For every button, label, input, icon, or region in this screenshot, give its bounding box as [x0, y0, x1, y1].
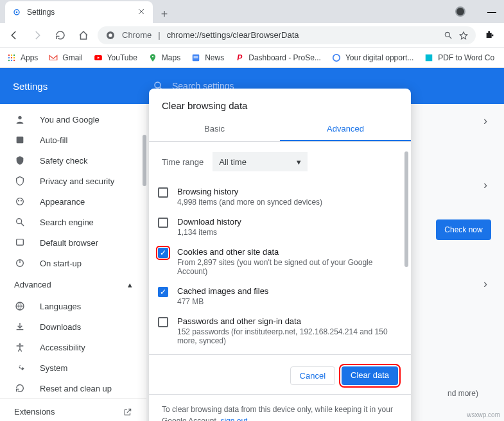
apps-icon	[6, 53, 17, 63]
dialog-title: Clear browsing data	[149, 89, 411, 117]
address-bar[interactable]: Chrome | chrome://settings/clearBrowserD…	[98, 26, 476, 44]
svg-point-30	[17, 219, 22, 224]
star-icon[interactable]	[459, 31, 468, 40]
svg-point-12	[11, 56, 12, 58]
chevron-right-icon[interactable]: ›	[483, 114, 487, 128]
extension-icon[interactable]	[481, 26, 499, 44]
item-title: Cookies and other site data	[177, 247, 398, 257]
checkbox[interactable]	[158, 218, 168, 228]
cancel-button[interactable]: Cancel	[290, 366, 335, 385]
appearance-icon	[14, 196, 26, 207]
svg-point-4	[445, 32, 449, 37]
sidebar-advanced-toggle[interactable]: Advanced▴	[0, 273, 146, 296]
pinterest-icon: P	[234, 53, 245, 63]
sidebar-item-system[interactable]: System	[0, 357, 146, 378]
clear-item-0[interactable]: Browsing history4,998 items (and more on…	[158, 182, 398, 212]
sidebar-item-accessibility[interactable]: Accessibility	[0, 337, 146, 357]
chevron-right-icon[interactable]: ›	[483, 277, 487, 291]
close-icon[interactable]	[137, 8, 146, 17]
bookmark-dashboard[interactable]: PDashboard - ProSe...	[234, 53, 321, 63]
svg-point-8	[8, 54, 10, 55]
bookmark-pdf[interactable]: PDF to Word Co	[424, 53, 494, 63]
tab-advanced[interactable]: Advanced	[280, 117, 411, 141]
search-icon[interactable]	[444, 31, 453, 40]
svg-point-3	[109, 33, 112, 37]
bookmark-maps[interactable]: Maps	[148, 53, 180, 63]
default-browser-icon	[14, 237, 26, 248]
external-link-icon	[123, 408, 132, 417]
sidebar-item-you[interactable]: You and Google	[0, 109, 146, 130]
svg-rect-31	[17, 239, 24, 245]
watermark: wsxwp.com	[467, 411, 500, 418]
svg-point-16	[13, 59, 15, 60]
sidebar-item-startup[interactable]: On start-up	[0, 253, 146, 273]
item-subtitle: 4,998 items (and more on synced devices)	[177, 198, 322, 207]
url-text: chrome://settings/clearBrowserData	[167, 30, 299, 40]
time-range-select[interactable]: All time ▾	[213, 152, 308, 171]
reload-button[interactable]	[51, 26, 69, 44]
minimize-button[interactable]: —	[487, 6, 496, 17]
clear-data-button[interactable]: Clear data	[342, 366, 398, 385]
svg-rect-7	[492, 34, 494, 36]
sidebar-scrollbar[interactable]	[143, 135, 146, 186]
checkbox[interactable]	[158, 317, 168, 327]
sidebar-item-appearance[interactable]: Appearance	[0, 191, 146, 212]
svg-rect-21	[194, 57, 198, 58]
bookmark-gmail[interactable]: Gmail	[48, 53, 82, 63]
sidebar-item-extensions[interactable]: Extensions	[0, 399, 146, 421]
person-icon	[14, 114, 26, 125]
clear-item-4[interactable]: Passwords and other sign-in data152 pass…	[158, 311, 398, 350]
safety-icon	[14, 155, 26, 166]
checkbox[interactable]	[158, 187, 168, 198]
new-tab-button[interactable]: +	[155, 5, 173, 23]
sidebar-item-safety[interactable]: Safety check	[0, 150, 146, 171]
chrome-icon	[105, 30, 116, 40]
download-icon	[14, 321, 26, 332]
pdf-icon	[424, 53, 434, 63]
check-now-button[interactable]: Check now	[436, 219, 491, 240]
item-subtitle: 1,134 items	[177, 228, 241, 237]
browser-tab[interactable]: Settings	[5, 1, 153, 23]
sidebar-item-reset[interactable]: Reset and clean up	[0, 378, 146, 399]
svg-point-15	[11, 59, 12, 60]
back-button[interactable]	[5, 26, 23, 44]
chevron-right-icon[interactable]: ›	[483, 178, 487, 192]
search-engine-icon	[14, 216, 26, 228]
profile-avatar[interactable]	[455, 6, 465, 17]
home-button[interactable]	[74, 26, 92, 44]
bookmark-youtube[interactable]: YouTube	[93, 53, 137, 63]
sign-out-link[interactable]: sign out	[220, 417, 247, 421]
bookmark-news[interactable]: News	[191, 53, 224, 63]
autofill-icon	[14, 134, 26, 146]
bookmark-digital[interactable]: Your digital opport...	[331, 53, 413, 63]
dialog-scrollbar[interactable]	[404, 151, 408, 267]
svg-point-34	[19, 343, 21, 345]
settings-sidebar: You and Google Auto-fill Safety check Pr…	[0, 104, 146, 421]
tab-basic[interactable]: Basic	[149, 117, 280, 141]
checkbox[interactable]: ✓	[158, 287, 168, 297]
maps-icon	[148, 53, 158, 63]
clear-item-1[interactable]: Download history1,134 items	[158, 212, 398, 242]
wrench-icon	[14, 362, 26, 374]
checkbox[interactable]: ✓	[158, 248, 168, 258]
sidebar-item-privacy[interactable]: Privacy and security	[0, 171, 146, 191]
forward-button[interactable]	[28, 26, 46, 44]
svg-point-9	[11, 54, 12, 55]
sidebar-item-downloads[interactable]: Downloads	[0, 316, 146, 337]
item-title: Cached images and files	[177, 286, 268, 296]
svg-rect-20	[194, 56, 198, 56]
sidebar-item-autofill[interactable]: Auto-fill	[0, 130, 146, 150]
clear-item-2[interactable]: ✓Cookies and other site dataFrom 2,897 s…	[158, 242, 398, 281]
sidebar-item-search[interactable]: Search engine	[0, 212, 146, 232]
window-titlebar: Settings + —	[0, 0, 504, 23]
sidebar-item-languages[interactable]: Languages	[0, 296, 146, 316]
svg-point-10	[13, 54, 15, 55]
svg-point-11	[8, 56, 10, 58]
bookmark-apps[interactable]: Apps	[6, 53, 38, 63]
sidebar-item-default[interactable]: Default browser	[0, 232, 146, 253]
clear-item-3[interactable]: ✓Cached images and files477 MB	[158, 281, 398, 311]
svg-point-13	[13, 56, 15, 58]
google-icon	[331, 53, 342, 63]
time-range-row: Time range All time ▾	[149, 142, 411, 182]
accessibility-icon	[14, 341, 26, 353]
